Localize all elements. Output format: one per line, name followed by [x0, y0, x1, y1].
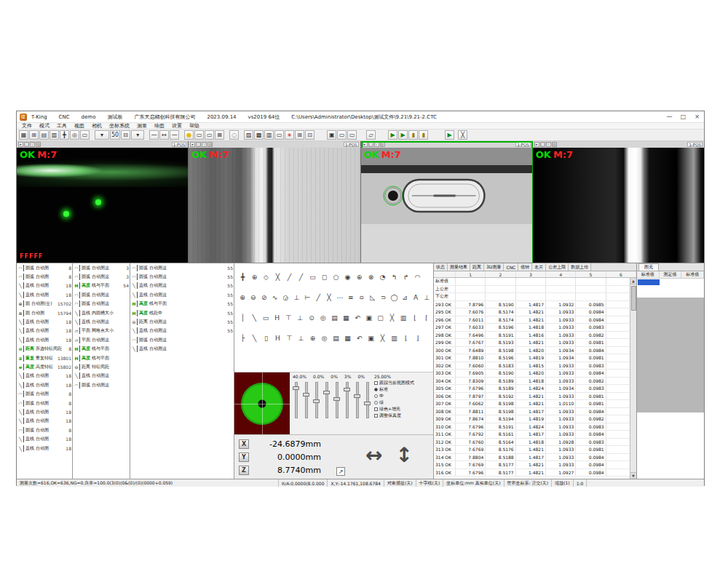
camera-view-4[interactable]: ▸▢▽▨ 1-POS OKM:7: [533, 141, 704, 263]
table-row[interactable]: 297 OK7.60338.51961.48181.09330.0983: [434, 324, 636, 332]
camera-tool-icon[interactable]: ▸: [363, 142, 368, 147]
save-icon[interactable]: ▣: [327, 130, 336, 140]
slider-thumb[interactable]: [354, 394, 360, 398]
table-row[interactable]: 298 OK7.64968.51911.48161.09330.0982: [434, 332, 636, 340]
extend-dropdown[interactable]: ▾: [131, 130, 144, 140]
tool-icon[interactable]: ⊘: [259, 292, 269, 302]
feature-row[interactable]: ╲直线自动测这: [130, 345, 234, 354]
screen-icon[interactable]: ▭: [194, 130, 204, 140]
slider-thumb[interactable]: [303, 393, 309, 396]
target-icon[interactable]: ◎: [70, 130, 79, 140]
tool-icon[interactable]: ╳: [377, 333, 388, 343]
tool-icon[interactable]: ↱: [400, 272, 411, 282]
tool-icon[interactable]: ◻: [319, 272, 330, 282]
tool-icon[interactable]: ╋: [237, 272, 248, 282]
camera-tool-icon[interactable]: ▸: [18, 142, 23, 147]
menu-item-4[interactable]: 视图: [71, 123, 88, 129]
slider-thumb[interactable]: [364, 402, 371, 405]
tool-icon[interactable]: ▭: [307, 272, 318, 282]
camera-tool-icon[interactable]: ▸: [534, 142, 539, 147]
camera-tool-icon[interactable]: ▨: [207, 142, 213, 147]
tool-icon[interactable]: ⊿: [400, 292, 410, 302]
light-bulb-icon[interactable]: ●: [184, 130, 194, 140]
table-tab-1[interactable]: 状态: [434, 263, 448, 271]
panel-toggle-icon[interactable]: ▭: [80, 130, 90, 140]
detection-slider[interactable]: [344, 380, 350, 420]
table-tab-8[interactable]: 公差上限: [546, 263, 569, 271]
feature-row[interactable]: e高度高度特征15802: [17, 362, 72, 371]
tool-icon[interactable]: ◎: [319, 333, 330, 343]
dash2-icon[interactable]: —: [170, 130, 179, 140]
feature-row[interactable]: ◠圆弧自动测这: [73, 300, 130, 308]
tool-icon[interactable]: ⊢: [302, 292, 312, 302]
tool-icon[interactable]: ◉: [342, 272, 353, 282]
tool-icon[interactable]: ⊙: [306, 313, 317, 322]
option-radio[interactable]: 中: [374, 393, 432, 399]
feature-row[interactable]: ╲直线自动测18: [17, 407, 72, 416]
menu-item-7[interactable]: 测量: [133, 123, 151, 129]
table-tab-4[interactable]: 3D测量: [484, 263, 504, 271]
table-row[interactable]: 313 OK7.67698.51761.48211.09330.0981: [434, 446, 636, 454]
feature-row[interactable]: ╲直线自动测18: [17, 290, 72, 299]
tool-icon[interactable]: ▢: [375, 313, 386, 322]
tool-icon[interactable]: Η: [272, 333, 283, 343]
table-row[interactable]: 303 OK7.69058.51901.48201.09330.0984: [434, 370, 636, 378]
scroll-up-icon[interactable]: ▲: [630, 278, 636, 284]
option-radio[interactable]: 绿: [374, 399, 432, 406]
tool-icon[interactable]: ⊖: [248, 292, 258, 302]
menu-item-10[interactable]: 帮助: [186, 123, 203, 129]
menu-item-5[interactable]: 相机: [88, 123, 106, 129]
table-tab-5[interactable]: CNC: [504, 263, 518, 271]
table-scrollbar[interactable]: ▲ ▼: [630, 278, 636, 479]
view-list-icon[interactable]: ▤: [39, 130, 49, 140]
detection-slider[interactable]: [354, 380, 360, 420]
tool-icon[interactable]: ▦: [341, 313, 352, 322]
preset-dropdown[interactable]: ▾: [95, 130, 109, 140]
tool-icon[interactable]: ◎: [317, 313, 328, 322]
tool-icon[interactable]: ╳: [272, 272, 283, 282]
table-tab-9[interactable]: 数据上传: [569, 263, 591, 271]
table-tab-6[interactable]: 值转: [518, 263, 532, 271]
table-row[interactable]: 312 OK7.67608.51641.48181.09280.0983: [434, 439, 636, 447]
table-row[interactable]: 293 OK7.87968.51901.48171.09320.0985: [434, 301, 636, 309]
camera-tool-icon[interactable]: ▢: [368, 142, 373, 147]
feature-row[interactable]: ◠圆弧自动测8: [17, 263, 72, 272]
feature-row[interactable]: H高度线与平面54: [73, 282, 130, 290]
close-button[interactable]: ×: [690, 111, 704, 122]
arrow-horizontal-icon[interactable]: ↔: [159, 130, 169, 140]
camera-tool-icon[interactable]: ▸: [190, 142, 195, 147]
tool-icon[interactable]: ≡: [346, 292, 356, 302]
slider-thumb[interactable]: [323, 391, 330, 394]
hatch2-icon[interactable]: ▩: [254, 130, 264, 140]
tool-icon[interactable]: ⊤: [283, 313, 294, 322]
menu-item-1[interactable]: 文件: [18, 123, 36, 129]
table-row[interactable]: 315 OK7.67698.51771.48211.09330.0984: [434, 461, 636, 469]
table-row[interactable]: 302 OK7.60608.51831.48151.09330.0983: [434, 362, 636, 370]
feature-row[interactable]: ▱平面网格点大小: [73, 327, 130, 335]
feature-row[interactable]: ╲直线自动测18: [17, 335, 72, 344]
table-row[interactable]: 306 OK7.87978.51921.48211.09330.0981: [434, 393, 636, 401]
tool-icon[interactable]: ╳: [387, 313, 397, 322]
tool-icon[interactable]: ▦: [342, 333, 353, 343]
camera-3-image[interactable]: OKM:7: [361, 148, 532, 263]
tool-icon[interactable]: ├: [237, 333, 248, 343]
record-icon[interactable]: ▮: [419, 130, 428, 140]
table-row[interactable]: 305 OK7.67968.51891.48241.09340.0983: [434, 385, 636, 393]
feature-row[interactable]: ⊕圆自动测15794: [17, 308, 72, 317]
tool-icon[interactable]: ◔: [377, 272, 388, 282]
camera-tool-icon[interactable]: ▨: [36, 142, 41, 147]
camera-2-image[interactable]: OKM:7: [189, 148, 360, 263]
camera-tool-icon[interactable]: ▽: [546, 142, 551, 147]
tool-icon[interactable]: ◠: [412, 272, 423, 282]
camera-view-2[interactable]: ▸▢▽▨ 1-POS OKM:7: [189, 141, 360, 263]
tool-icon[interactable]: ↶: [354, 333, 365, 343]
detection-slider[interactable]: [303, 380, 309, 420]
camera-view-3-selected[interactable]: ▸▢▽▨ 1-POS OKM:7: [361, 141, 533, 263]
option-checkbox[interactable]: 调整保真度: [374, 412, 432, 419]
view-columns-icon[interactable]: ▥: [50, 130, 59, 140]
camera-tool-icon[interactable]: ▨: [380, 142, 385, 147]
table-row[interactable]: 311 OK7.67928.51611.48171.09330.0984: [434, 431, 636, 439]
tool-icon[interactable]: Α: [411, 292, 421, 302]
slider-thumb[interactable]: [293, 386, 299, 390]
feature-row[interactable]: ╲直线自动测18: [17, 282, 72, 290]
